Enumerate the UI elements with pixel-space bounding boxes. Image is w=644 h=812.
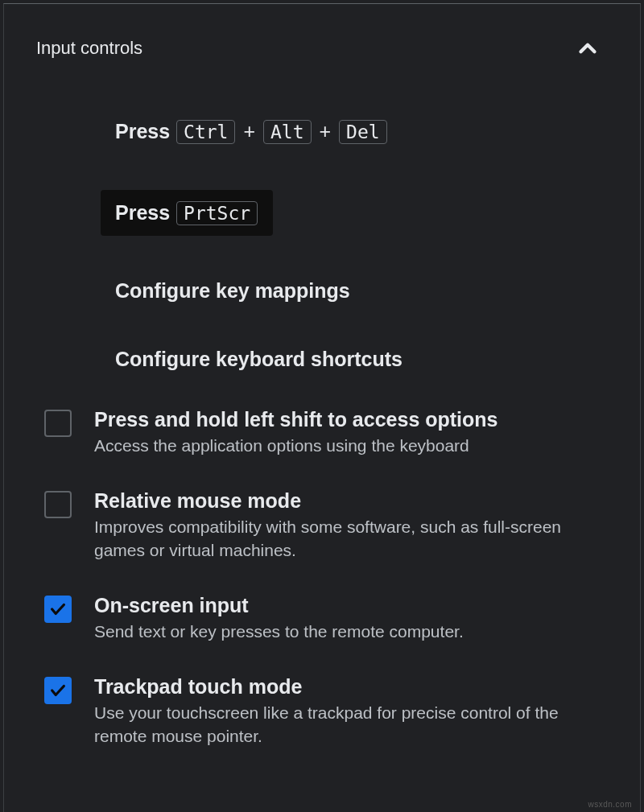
configure-key-mappings-button[interactable]: Configure key mappings (101, 271, 608, 311)
option-desc: Send text or key presses to the remote c… (94, 620, 608, 643)
collapse-toggle[interactable] (568, 28, 608, 68)
option-desc: Access the application options using the… (94, 435, 608, 457)
key-ctrl: Ctrl (176, 120, 235, 144)
section-header: Input controls (36, 28, 608, 68)
press-ctrl-alt-del-button[interactable]: Press Ctrl + Alt + Del (101, 109, 402, 155)
action-list: Press Ctrl + Alt + Del Press PrtScr Conf… (36, 109, 608, 379)
plus-separator: + (243, 120, 255, 142)
configure-keyboard-shortcuts-button[interactable]: Configure keyboard shortcuts (101, 340, 608, 379)
option-relative-mouse-mode: Relative mouse mode Improves compatibili… (44, 489, 608, 562)
key-del: Del (339, 120, 387, 144)
chevron-up-icon (574, 35, 601, 62)
option-trackpad-touch-mode: Trackpad touch mode Use your touchscreen… (44, 675, 608, 748)
section-title: Input controls (36, 38, 142, 59)
option-desc: Use your touchscreen like a trackpad for… (94, 702, 608, 748)
options-list: Press and hold left shift to access opti… (36, 408, 608, 748)
option-title: Trackpad touch mode (94, 675, 608, 699)
option-on-screen-input: On-screen input Send text or key presses… (44, 594, 608, 643)
checkbox-press-hold-shift[interactable] (44, 410, 72, 437)
press-label: Press (115, 201, 170, 224)
option-title: Relative mouse mode (94, 489, 608, 513)
option-desc: Improves compatibility with some softwar… (94, 516, 608, 562)
press-label: Press (115, 120, 170, 142)
option-press-hold-shift: Press and hold left shift to access opti… (44, 408, 608, 457)
option-title: Press and hold left shift to access opti… (94, 408, 608, 431)
plus-separator: + (319, 120, 331, 142)
checkbox-trackpad-touch-mode[interactable] (44, 677, 72, 704)
checkbox-relative-mouse-mode[interactable] (44, 491, 72, 518)
key-prtscr: PrtScr (176, 201, 258, 225)
checkbox-on-screen-input[interactable] (44, 596, 72, 623)
option-title: On-screen input (94, 594, 608, 617)
press-prtscr-button[interactable]: Press PrtScr (101, 190, 273, 236)
key-alt: Alt (263, 120, 312, 144)
watermark: wsxdn.com (588, 800, 632, 809)
